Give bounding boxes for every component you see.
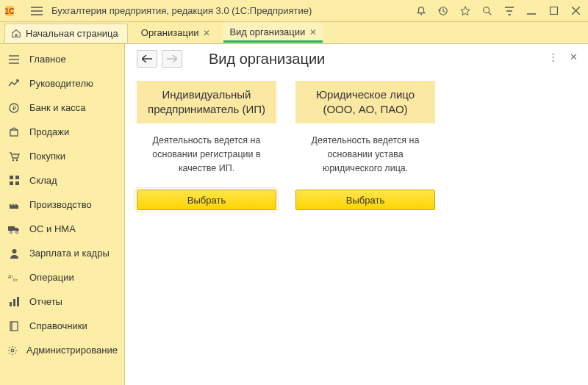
org-type-cards: Индивидуальный предприниматель (ИП) Деят… bbox=[137, 81, 579, 210]
cart-icon bbox=[7, 150, 21, 163]
tab-home-label: Начальная страница bbox=[26, 28, 118, 39]
main-header: Вид организации bbox=[137, 50, 579, 68]
svg-text:Кт: Кт bbox=[13, 278, 18, 282]
card-ip: Индивидуальный предприниматель (ИП) Деят… bbox=[137, 81, 276, 210]
svg-text:1С: 1С bbox=[5, 7, 14, 15]
svg-point-23 bbox=[15, 159, 18, 161]
app-title: Бухгалтерия предприятия, редакция 3.0 (1… bbox=[51, 5, 312, 16]
dtkt-icon: ДтКт bbox=[7, 271, 21, 284]
arrow-left-icon bbox=[142, 55, 152, 62]
tab-org-type[interactable]: Вид организации ✕ bbox=[223, 24, 323, 43]
more-icon[interactable]: ⋮ bbox=[548, 51, 558, 62]
svg-rect-35 bbox=[13, 299, 15, 306]
sidebar-item-sales[interactable]: Продажи bbox=[0, 120, 124, 144]
person-icon bbox=[7, 247, 21, 260]
history-icon[interactable] bbox=[437, 4, 450, 18]
card-legal-heading: Юридическое лицо (ООО, АО, ПАО) bbox=[295, 81, 435, 123]
nav-back-button[interactable] bbox=[137, 50, 157, 68]
select-legal-button[interactable]: Выбрать bbox=[295, 190, 435, 210]
svg-text:Дт: Дт bbox=[8, 274, 13, 278]
sidebar: Главное Руководителю ₽ Банк и касса Прод… bbox=[0, 44, 125, 385]
close-icon[interactable] bbox=[569, 4, 582, 18]
sidebar-item-hr[interactable]: Зарплата и кадры bbox=[0, 241, 124, 265]
sidebar-item-label: Администрирование bbox=[26, 345, 118, 356]
sidebar-item-label: Покупки bbox=[29, 151, 65, 162]
home-icon bbox=[11, 28, 21, 38]
sidebar-item-manager[interactable]: Руководителю bbox=[0, 71, 124, 96]
sidebar-item-label: Склад bbox=[29, 175, 57, 186]
page-title: Вид организации bbox=[209, 51, 325, 68]
sidebar-item-main[interactable]: Главное bbox=[0, 47, 124, 71]
sidebar-item-label: Отчеты bbox=[29, 296, 62, 307]
tab-org-type-label: Вид организации bbox=[229, 26, 305, 37]
panel-tools: ⋮ ✕ bbox=[548, 51, 578, 62]
minimize-icon[interactable] bbox=[525, 4, 538, 18]
titlebar-actions bbox=[415, 4, 584, 18]
svg-point-5 bbox=[420, 13, 422, 15]
tabbar: Начальная страница Организации ✕ Вид орг… bbox=[0, 22, 588, 44]
sidebar-item-label: Операции bbox=[29, 272, 74, 283]
bell-icon[interactable] bbox=[415, 4, 428, 18]
sidebar-item-operations[interactable]: ДтКт Операции bbox=[0, 265, 124, 289]
sidebar-item-label: Зарплата и кадры bbox=[29, 248, 110, 259]
sidebar-item-reports[interactable]: Отчеты bbox=[0, 289, 124, 314]
maximize-icon[interactable] bbox=[547, 4, 560, 18]
sidebar-item-bank[interactable]: ₽ Банк и касса bbox=[0, 96, 124, 120]
filter-icon[interactable] bbox=[503, 4, 516, 18]
svg-point-29 bbox=[10, 231, 12, 233]
svg-rect-27 bbox=[15, 181, 19, 185]
tab-close-icon[interactable]: ✕ bbox=[309, 27, 317, 37]
card-legal-desc: Деятельность ведется на основании устава… bbox=[295, 123, 435, 181]
svg-rect-28 bbox=[8, 226, 15, 231]
arrow-right-icon bbox=[167, 55, 177, 62]
svg-point-39 bbox=[11, 349, 14, 352]
tab-organizations-label: Организации bbox=[141, 27, 199, 38]
chart-icon bbox=[7, 77, 21, 90]
svg-point-30 bbox=[16, 231, 18, 233]
tab-home[interactable]: Начальная страница bbox=[4, 24, 128, 43]
factory-icon bbox=[7, 198, 21, 212]
sidebar-item-label: Главное bbox=[29, 54, 66, 65]
svg-rect-24 bbox=[10, 176, 13, 179]
box-icon bbox=[7, 126, 21, 139]
ruble-icon: ₽ bbox=[7, 101, 21, 115]
sidebar-item-label: Банк и касса bbox=[29, 102, 86, 113]
search-icon[interactable] bbox=[481, 4, 494, 18]
sidebar-item-catalogs[interactable]: Справочники bbox=[0, 314, 124, 338]
svg-point-7 bbox=[484, 7, 490, 12]
svg-rect-34 bbox=[10, 302, 12, 306]
sidebar-item-admin[interactable]: Администрирование bbox=[0, 338, 124, 362]
tab-close-icon[interactable]: ✕ bbox=[203, 28, 210, 38]
svg-rect-25 bbox=[15, 176, 19, 179]
main-menu-icon[interactable] bbox=[28, 2, 46, 20]
sidebar-item-production[interactable]: Производство bbox=[0, 192, 124, 217]
card-ip-heading: Индивидуальный предприниматель (ИП) bbox=[137, 81, 276, 123]
card-ip-desc: Деятельность ведется на основании регист… bbox=[137, 123, 276, 181]
main-panel: Вид организации ⋮ ✕ Индивидуальный предп… bbox=[125, 44, 588, 385]
svg-point-22 bbox=[12, 159, 14, 161]
nav-forward-button[interactable] bbox=[162, 50, 182, 68]
select-ip-button[interactable]: Выбрать bbox=[137, 190, 276, 210]
svg-rect-26 bbox=[10, 181, 13, 185]
panel-close-icon[interactable]: ✕ bbox=[570, 51, 578, 62]
svg-rect-36 bbox=[17, 297, 19, 306]
svg-text:₽: ₽ bbox=[12, 105, 16, 112]
gear-icon bbox=[7, 344, 18, 357]
tab-organizations[interactable]: Организации ✕ bbox=[135, 24, 217, 43]
list-icon bbox=[7, 53, 21, 66]
sidebar-item-purchases[interactable]: Покупки bbox=[0, 144, 124, 168]
app-logo: 1С bbox=[4, 4, 25, 18]
sidebar-item-label: Справочники bbox=[29, 320, 87, 331]
sidebar-item-warehouse[interactable]: Склад bbox=[0, 168, 124, 192]
svg-rect-13 bbox=[550, 7, 557, 15]
sidebar-item-label: Руководителю bbox=[29, 78, 93, 89]
truck-icon bbox=[7, 223, 21, 236]
svg-line-8 bbox=[489, 12, 492, 15]
svg-rect-21 bbox=[10, 130, 18, 136]
sidebar-item-label: Производство bbox=[29, 199, 92, 210]
star-icon[interactable] bbox=[459, 4, 472, 18]
book-icon bbox=[7, 320, 21, 333]
sidebar-item-label: ОС и НМА bbox=[29, 223, 76, 234]
bar-chart-icon bbox=[7, 295, 21, 309]
sidebar-item-assets[interactable]: ОС и НМА bbox=[0, 217, 124, 241]
